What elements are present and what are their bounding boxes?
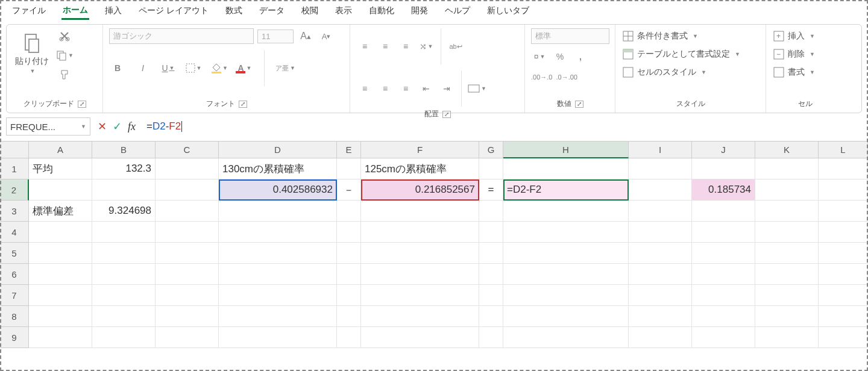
cell-G1[interactable]: [479, 158, 503, 179]
cell-G3[interactable]: [479, 201, 503, 222]
cell[interactable]: [819, 222, 868, 243]
menu-view[interactable]: 表示: [334, 3, 353, 19]
menu-home[interactable]: ホーム: [61, 2, 89, 20]
font-name-select[interactable]: 游ゴシック: [109, 28, 254, 44]
cell[interactable]: [479, 285, 503, 306]
italic-button[interactable]: I: [134, 60, 151, 76]
align-right-button[interactable]: ≡: [397, 81, 414, 96]
percent-button[interactable]: %: [552, 49, 568, 64]
cell[interactable]: [819, 285, 868, 306]
align-left-button[interactable]: ≡: [356, 81, 373, 96]
cell[interactable]: [479, 243, 503, 264]
cell-G2[interactable]: =: [479, 179, 503, 201]
menu-formulas[interactable]: 数式: [224, 3, 244, 19]
insert-cells-button[interactable]: +挿入▼: [772, 28, 816, 44]
cell[interactable]: [629, 285, 692, 306]
cell[interactable]: [29, 243, 92, 264]
cell[interactable]: [755, 327, 819, 348]
cell[interactable]: [337, 306, 361, 327]
bold-button[interactable]: B: [109, 60, 126, 76]
cell[interactable]: [156, 243, 219, 264]
cell-B2[interactable]: [92, 179, 156, 201]
cell[interactable]: [219, 222, 337, 243]
col-header-C[interactable]: C: [156, 142, 219, 158]
merge-button[interactable]: ▼: [468, 81, 486, 96]
cell[interactable]: [361, 222, 479, 243]
cell-J3[interactable]: [692, 201, 755, 222]
col-header-B[interactable]: B: [92, 142, 156, 158]
cell-C2[interactable]: [156, 179, 219, 201]
cell-H2[interactable]: =D2-F2: [503, 179, 629, 201]
cell[interactable]: [692, 327, 755, 348]
cell-K2[interactable]: [755, 179, 819, 201]
menu-pagelayout[interactable]: ページ レイアウト: [137, 3, 210, 19]
cell[interactable]: [92, 264, 156, 285]
dialog-launcher-icon[interactable]: ⤢: [442, 111, 451, 118]
cell[interactable]: [629, 222, 692, 243]
menu-file[interactable]: ファイル: [11, 3, 47, 19]
cell[interactable]: [156, 327, 219, 348]
cell[interactable]: [337, 243, 361, 264]
col-header-J[interactable]: J: [692, 142, 755, 158]
cell[interactable]: [503, 285, 629, 306]
row-header-7[interactable]: 7: [0, 285, 29, 306]
col-header-F[interactable]: F: [361, 142, 479, 158]
cell[interactable]: [755, 264, 819, 285]
cell-J1[interactable]: [692, 158, 755, 179]
format-cells-button[interactable]: 書式▼: [772, 64, 816, 80]
cell[interactable]: [337, 264, 361, 285]
phonetic-button[interactable]: ア亜▼: [275, 60, 295, 76]
cell-E1[interactable]: [337, 158, 361, 179]
cell[interactable]: [629, 243, 692, 264]
col-header-L[interactable]: L: [819, 142, 868, 158]
decrease-indent-button[interactable]: ⇤: [418, 81, 435, 96]
cell-D1[interactable]: 130cmの累積確率: [219, 158, 337, 179]
menu-data[interactable]: データ: [258, 3, 286, 19]
orientation-button[interactable]: ⤭▼: [418, 39, 435, 54]
font-size-select[interactable]: 11: [257, 30, 294, 43]
cell[interactable]: [692, 306, 755, 327]
menu-automate[interactable]: 自動化: [368, 3, 395, 19]
align-middle-button[interactable]: ≡: [377, 39, 394, 54]
cell[interactable]: [755, 306, 819, 327]
name-box[interactable]: FREQUE...▼: [6, 117, 90, 136]
cell-E3[interactable]: [337, 201, 361, 222]
cell[interactable]: [479, 264, 503, 285]
number-format-select[interactable]: 標準: [531, 28, 609, 44]
formula-input[interactable]: =D2-F2: [143, 117, 862, 136]
cell[interactable]: [361, 306, 479, 327]
border-button[interactable]: ▼: [185, 60, 202, 76]
delete-cells-button[interactable]: −削除▼: [772, 46, 816, 62]
cell-A3[interactable]: 標準偏差: [29, 201, 92, 222]
fx-button[interactable]: fx: [128, 120, 136, 133]
col-header-A[interactable]: A: [29, 142, 92, 158]
cell[interactable]: [819, 264, 868, 285]
cell-A2[interactable]: [29, 179, 92, 201]
cell[interactable]: [692, 285, 755, 306]
dialog-launcher-icon[interactable]: ⤢: [78, 101, 86, 108]
row-header-2[interactable]: 2: [0, 179, 29, 201]
cell-H1[interactable]: [503, 158, 629, 179]
format-painter-button[interactable]: [56, 67, 73, 83]
cell-F1[interactable]: 125cmの累積確率: [361, 158, 479, 179]
cell-F2[interactable]: 0.216852567: [361, 179, 479, 201]
cell[interactable]: [29, 306, 92, 327]
cell-C1[interactable]: [156, 158, 219, 179]
cell[interactable]: [219, 306, 337, 327]
cell[interactable]: [503, 327, 629, 348]
col-header-K[interactable]: K: [755, 142, 819, 158]
wrap-text-button[interactable]: ab↩: [447, 39, 464, 54]
align-top-button[interactable]: ≡: [356, 39, 373, 54]
cell[interactable]: [503, 222, 629, 243]
cell[interactable]: [479, 327, 503, 348]
cell-H3[interactable]: [503, 201, 629, 222]
cell[interactable]: [819, 327, 868, 348]
cell-styles-button[interactable]: セルのスタイル▼: [621, 64, 708, 80]
col-header-D[interactable]: D: [219, 142, 337, 158]
cell[interactable]: [503, 243, 629, 264]
copy-button[interactable]: ▼: [56, 48, 74, 63]
cell-B1[interactable]: 132.3: [92, 158, 156, 179]
align-center-button[interactable]: ≡: [377, 81, 394, 96]
cell[interactable]: [156, 285, 219, 306]
cell[interactable]: [629, 264, 692, 285]
